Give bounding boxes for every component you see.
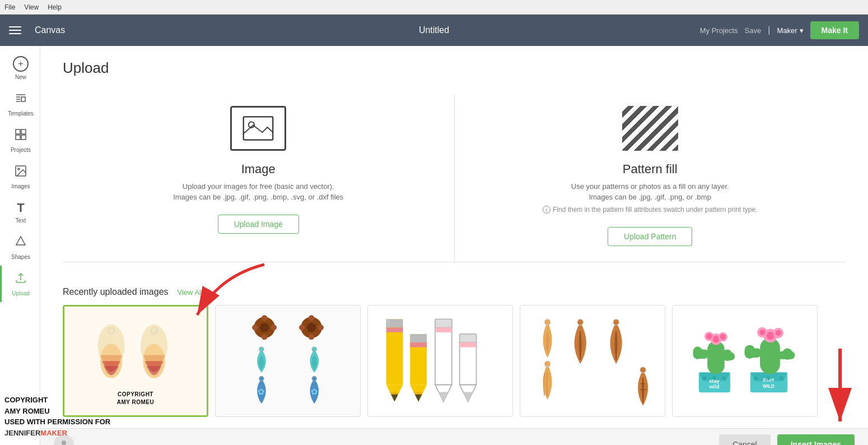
upload-title: Upload — [63, 59, 846, 77]
image-card-4[interactable] — [520, 305, 665, 417]
upload-image-option: Image Upload your images for free (basic… — [63, 95, 454, 262]
image-icon-box — [230, 106, 286, 151]
my-projects-link[interactable]: My Projects — [700, 26, 738, 35]
shapes-icon — [14, 235, 27, 252]
sidebar-item-upload[interactable]: Upload — [0, 266, 40, 302]
cancel-button[interactable]: Cancel — [719, 434, 771, 446]
sidebar-item-templates[interactable]: Templates — [0, 86, 40, 122]
svg-point-57 — [577, 319, 584, 325]
main-content: Upload Image Upload your images for f — [40, 46, 868, 445]
svg-text:✿: ✿ — [258, 387, 265, 396]
svg-text:wild: wild — [709, 384, 720, 390]
svg-point-23 — [309, 334, 314, 340]
make-it-button[interactable]: Make It — [810, 21, 859, 39]
pattern-option-formats: Images can be .jpg, .gif, .png, or .bmp — [589, 193, 711, 201]
svg-point-17 — [307, 323, 316, 332]
svg-point-72 — [720, 334, 726, 340]
chevron-down-icon: ▾ — [800, 26, 804, 35]
pattern-option-desc: Use your patterns or photos as a fill on… — [571, 182, 729, 191]
svg-point-24 — [299, 325, 305, 330]
menu-view[interactable]: View — [24, 3, 39, 11]
svg-rect-84 — [782, 349, 792, 360]
svg-point-20 — [252, 325, 258, 330]
sidebar-item-shapes[interactable]: Shapes — [0, 229, 40, 266]
svg-rect-3 — [21, 135, 26, 140]
svg-rect-80 — [760, 338, 781, 374]
svg-text:✿: ✿ — [311, 387, 318, 396]
svg-rect-44 — [410, 342, 427, 347]
svg-point-55 — [545, 319, 551, 325]
svg-point-16 — [260, 323, 269, 332]
svg-point-13 — [151, 327, 157, 333]
insert-images-button[interactable]: Insert Images — [777, 434, 855, 446]
svg-rect-0 — [16, 129, 20, 134]
svg-rect-2 — [16, 135, 20, 140]
svg-rect-49 — [435, 327, 452, 332]
project-title: Untitled — [419, 25, 449, 35]
svg-rect-1 — [21, 129, 26, 134]
recently-header: Recently uploaded images View All — [63, 287, 846, 297]
pattern-option-info: i Find them in the pattern fill attribut… — [543, 206, 758, 214]
sidebar-item-text[interactable]: T Text — [0, 195, 40, 229]
svg-point-19 — [262, 334, 267, 340]
svg-point-22 — [309, 315, 314, 321]
upload-pattern-option: Pattern fill Use your patterns or photos… — [454, 95, 846, 262]
svg-point-56 — [545, 361, 551, 367]
recently-uploaded-section: Recently uploaded images View All — [40, 278, 868, 428]
hamburger-menu[interactable] — [9, 26, 21, 34]
image-card-3[interactable] — [367, 305, 513, 417]
svg-marker-47 — [439, 392, 449, 401]
svg-marker-35 — [391, 395, 399, 402]
svg-rect-64 — [693, 346, 702, 359]
topbar-divider: | — [768, 25, 770, 35]
sidebar-item-new[interactable]: + New — [0, 50, 40, 86]
save-button[interactable]: Save — [745, 26, 762, 35]
upload-pattern-button[interactable]: Upload Pattern — [608, 227, 692, 246]
sidebar-item-images[interactable]: Images — [0, 159, 40, 195]
svg-rect-53 — [460, 334, 477, 342]
view-all-link[interactable]: View All — [178, 288, 203, 296]
projects-icon — [14, 128, 27, 145]
recently-title: Recently uploaded images — [63, 287, 169, 297]
bottom-bar: Cancel Insert Images — [40, 428, 868, 445]
images-icon — [14, 164, 27, 181]
svg-point-18 — [262, 315, 267, 321]
upload-options: Image Upload your images for free (basic… — [63, 95, 846, 262]
svg-point-28 — [259, 376, 264, 381]
svg-rect-37 — [386, 327, 403, 332]
image-card-2[interactable]: ✿ ✿ — [215, 305, 361, 417]
menu-file[interactable]: File — [4, 3, 15, 11]
pattern-option-title: Pattern fill — [623, 162, 678, 177]
svg-point-10 — [108, 327, 114, 333]
svg-point-27 — [312, 347, 316, 351]
pattern-icon-box — [622, 106, 678, 151]
upload-icon — [14, 271, 27, 288]
svg-point-94 — [767, 377, 771, 380]
svg-point-21 — [271, 325, 277, 330]
global-watermark: COPYRIGHT AMY ROMEU USED WITH PERMISSION… — [4, 395, 110, 438]
menu-help[interactable]: Help — [48, 3, 62, 11]
svg-rect-54 — [460, 342, 477, 347]
svg-point-95 — [780, 377, 783, 380]
svg-rect-66 — [723, 350, 732, 361]
maker-selector[interactable]: Maker ▾ — [777, 26, 803, 35]
sidebar: + New Templates Projects — [0, 46, 40, 445]
image-card-5[interactable]: stay wild — [672, 305, 818, 417]
svg-point-77 — [722, 377, 726, 380]
image-option-desc: Upload your images for free (basic and v… — [183, 182, 334, 191]
templates-icon — [14, 91, 27, 108]
svg-point-93 — [754, 377, 758, 380]
text-icon: T — [17, 201, 24, 215]
svg-point-26 — [259, 347, 264, 351]
upload-image-button[interactable]: Upload Image — [218, 215, 299, 234]
image-option-formats: Images can be .jpg, .gif, .png, .bmp, .s… — [173, 193, 343, 201]
svg-rect-82 — [745, 345, 755, 359]
app-title: Canvas — [35, 25, 65, 35]
svg-point-86 — [767, 332, 774, 340]
svg-rect-48 — [435, 319, 452, 327]
svg-point-25 — [318, 325, 323, 330]
sidebar-item-projects[interactable]: Projects — [0, 122, 40, 159]
info-icon: i — [543, 206, 550, 214]
svg-point-30 — [312, 376, 316, 381]
svg-marker-52 — [464, 392, 473, 401]
